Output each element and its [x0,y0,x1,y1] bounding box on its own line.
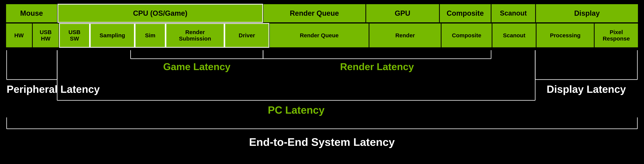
svg-text:PC Latency: PC Latency [268,104,324,116]
sub-renderqueue: Render Queue [269,23,369,48]
main-container: Mouse CPU (OS/Game) Render Queue GPU Com… [0,0,644,164]
category-row: Mouse CPU (OS/Game) Render Queue GPU Com… [6,4,638,23]
svg-text:Game Latency: Game Latency [163,61,230,72]
sub-scanout: Scanout [492,23,536,48]
svg-text:Display Latency: Display Latency [547,83,626,95]
cat-composite: Composite [440,4,491,23]
cat-gpu: GPU [366,4,440,23]
cat-renderqueue: Render Queue [263,4,366,23]
sub-driver: Driver [224,23,269,48]
sub-usbhw: USBHW [32,23,59,48]
sub-row: HW USBHW USBSW Sampling Sim RenderSubmis… [6,23,638,48]
sub-render: Render [369,23,441,48]
sub-processing: Processing [536,23,594,48]
sub-sim: Sim [135,23,166,48]
sub-sampling: Sampling [90,23,135,48]
cat-mouse: Mouse [6,4,58,23]
sub-rendersubmission: RenderSubmission [166,23,224,48]
brackets-svg: Game Latency Render Latency Peripheral L… [6,49,638,163]
sub-pixelresponse: PixelResponse [594,23,638,48]
sub-composite: Composite [441,23,492,48]
svg-text:Render Latency: Render Latency [340,61,414,72]
svg-text:Peripheral Latency: Peripheral Latency [6,83,100,95]
cat-display: Display [536,4,638,23]
cat-cpu: CPU (OS/Game) [58,4,263,23]
svg-text:End-to-End System Latency: End-to-End System Latency [249,136,395,148]
cat-scanout: Scanout [491,4,536,23]
sub-usbsw: USBSW [59,23,90,48]
sub-hw: HW [6,23,32,48]
boxes-wrapper: Mouse CPU (OS/Game) Render Queue GPU Com… [6,4,638,48]
